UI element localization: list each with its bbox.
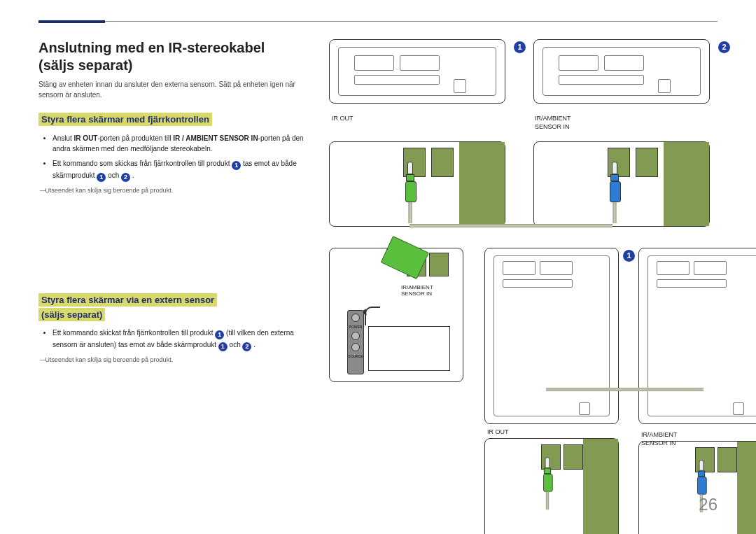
section-2: Styra flera skärmar via en extern sensor… xyxy=(38,293,304,365)
section1-bullet-2: Ett kommando som skickas från fjärrkontr… xyxy=(52,158,304,182)
ir-ambient-label: IR/AMBIENT xyxy=(535,115,707,122)
jack-green-icon xyxy=(543,457,552,491)
lede-text: Stäng av enheten innan du ansluter den e… xyxy=(38,80,304,100)
remote-source-label: SOURCE xyxy=(348,354,363,358)
section1-bullet-1: Anslut IR OUT-porten på produkten till I… xyxy=(52,133,304,154)
left-column: Anslutning med en IR-stereokabel (säljs … xyxy=(38,39,304,534)
numcircle-1-icon: 1 xyxy=(215,330,224,339)
txt: Ett kommando som skickas från fjärrkontr… xyxy=(52,160,232,167)
port-box-right xyxy=(533,141,710,227)
remote-power-label: POWER xyxy=(348,325,363,329)
fig1-port-row xyxy=(329,141,756,227)
numcircle-1-icon: 1 xyxy=(623,250,635,262)
numcircle-2-icon: 2 xyxy=(242,342,251,351)
section2-footnote: Utseendet kan skilja sig beroende på pro… xyxy=(40,356,304,365)
section-1: Styra flera skärmar med fjärrkontrollen … xyxy=(38,113,304,195)
txt: Ett kommando skickat från fjärrkontrolle… xyxy=(52,329,215,337)
bold: IR / AMBIENT SENSOR IN xyxy=(173,134,258,142)
txt: och xyxy=(230,341,243,349)
numcircle-2-icon: 2 xyxy=(121,173,130,182)
numcircle-1-icon: 1 xyxy=(514,41,526,53)
section2-heading-l1: Styra flera skärmar via en extern sensor xyxy=(38,293,217,307)
page: Anslutning med en IR-stereokabel (säljs … xyxy=(0,0,756,534)
port-box-small-left xyxy=(484,438,619,534)
page-title: Anslutning med en IR-stereokabel (säljs … xyxy=(38,39,304,74)
display-back-panel-1-small: 1 xyxy=(484,248,619,424)
ir-ambient-sensor-in-label: IR/AMBIENTSENSOR IN xyxy=(401,285,433,297)
jack-blue-icon xyxy=(610,162,620,202)
external-device-icon xyxy=(368,326,450,371)
remote-control-icon: POWER SOURCE xyxy=(347,310,364,374)
jack-blue-icon xyxy=(697,460,706,494)
fig1-label-row: IR OUT IR/AMBIENT SENSOR IN xyxy=(329,112,756,133)
external-sensor-figure: IR/AMBIENTSENSOR IN POWER SOURCE xyxy=(329,248,463,382)
txt: och xyxy=(108,171,121,179)
sensor-in-label: SENSOR IN xyxy=(535,123,707,130)
section2-bullet-1: Ett kommando skickat från fjärrkontrolle… xyxy=(52,328,304,351)
ir-out-label: IR OUT xyxy=(332,115,504,122)
section1-heading: Styra flera skärmar med fjärrkontrollen xyxy=(38,113,212,126)
right-column: 1 2 IR OUT IR/AMBIENT SENSOR IN xyxy=(329,39,756,534)
numcircle-1-icon: 1 xyxy=(218,342,227,351)
txt: . xyxy=(253,341,255,349)
content-columns: Anslutning med en IR-stereokabel (säljs … xyxy=(38,39,718,534)
cable-bridge xyxy=(410,224,612,227)
port-box-small-right xyxy=(638,441,756,534)
jack-green-icon xyxy=(405,162,415,202)
display-back-panel-1: 1 xyxy=(329,39,505,104)
txt: . xyxy=(132,171,134,179)
section1-bullets: Anslut IR OUT-porten på produkten till I… xyxy=(38,133,304,182)
fig1-panel-row: 1 2 xyxy=(329,39,756,104)
bold: IR OUT xyxy=(74,134,98,142)
section2-bullets: Ett kommando skickat från fjärrkontrolle… xyxy=(38,328,304,351)
page-number: 26 xyxy=(699,495,718,514)
section1-footnote: Utseendet kan skilja sig beroende på pro… xyxy=(40,186,304,195)
arrow-icon xyxy=(365,307,380,325)
port-box-left xyxy=(329,141,505,227)
numcircle-1-icon: 1 xyxy=(232,161,241,170)
numcircle-2-icon: 2 xyxy=(718,41,730,53)
spacer xyxy=(38,195,304,293)
figure-set-2: IR/AMBIENTSENSOR IN POWER SOURCE xyxy=(329,248,756,534)
top-rule xyxy=(38,21,718,22)
cable-bridge-2 xyxy=(546,388,704,391)
txt: Anslut xyxy=(52,134,74,142)
ir-out-label: IR OUT xyxy=(487,428,617,435)
display-back-panel-2-small: 2 xyxy=(638,248,756,424)
txt: -porten på produkten till xyxy=(97,134,173,142)
numcircle-1-icon: 1 xyxy=(97,173,106,182)
section2-heading-l2: (säljs separat) xyxy=(38,308,105,321)
figure-set-1: 1 2 IR OUT IR/AMBIENT SENSOR IN xyxy=(329,39,756,227)
display-back-panel-2: 2 xyxy=(533,39,710,104)
ir-ambient-label: IR/AMBIENT xyxy=(641,431,756,438)
